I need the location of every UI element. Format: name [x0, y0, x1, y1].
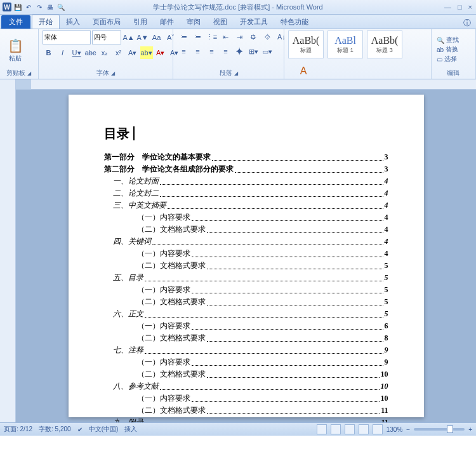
text-effects-button[interactable]: A▾ — [126, 46, 139, 59]
toc-entry[interactable]: 三、中英文摘要4 — [104, 199, 388, 211]
toc-entry[interactable]: 四、关键词4 — [104, 236, 388, 248]
view-fullscreen-button[interactable] — [331, 424, 341, 434]
tab-mailings[interactable]: 邮件 — [154, 15, 180, 29]
font-color-button[interactable]: A▾ — [154, 46, 167, 59]
close-button[interactable]: × — [468, 3, 472, 11]
help-icon[interactable]: ⓘ — [463, 18, 471, 29]
zoom-slider[interactable] — [414, 428, 465, 431]
print-icon[interactable]: 🖶 — [46, 3, 55, 11]
toc-entry[interactable]: 第一部分 学位论文的基本要求3 — [104, 151, 388, 163]
bold-button[interactable]: B — [43, 46, 55, 59]
tab-insert[interactable]: 插入 — [60, 15, 86, 29]
view-print-layout-button[interactable] — [317, 424, 327, 434]
italic-button[interactable]: I — [56, 46, 69, 59]
align-left-button[interactable]: ≡ — [177, 45, 190, 58]
text-caret — [130, 126, 135, 140]
decrease-indent-button[interactable]: ⇤ — [219, 30, 232, 43]
toc-entry[interactable]: 一、论文封面4 — [104, 175, 388, 187]
find-button[interactable]: 🔍查找 — [437, 36, 459, 44]
dialog-launcher-icon[interactable]: ◢ — [27, 70, 31, 76]
superscript-button[interactable]: x² — [112, 46, 125, 59]
preview-icon[interactable]: 🔍 — [56, 3, 65, 11]
toc-entry[interactable]: （二）文档格式要求5 — [104, 260, 388, 272]
align-center-button[interactable]: ≡ — [191, 45, 204, 58]
vertical-ruler[interactable] — [0, 79, 16, 422]
toc-entry[interactable]: （一）内容要求9 — [104, 356, 388, 368]
toc-entry[interactable]: （二）文档格式要求8 — [104, 332, 388, 344]
borders-button[interactable]: ▭▾ — [261, 45, 274, 58]
zoom-in-button[interactable]: + — [468, 426, 472, 433]
tab-references[interactable]: 引用 — [127, 15, 154, 29]
zoom-thumb[interactable] — [447, 426, 453, 433]
underline-button[interactable]: U▾ — [70, 46, 83, 59]
dialog-launcher-icon[interactable]: ◢ — [111, 70, 115, 76]
toc-entry[interactable]: 二、论文封二4 — [104, 187, 388, 199]
tab-special[interactable]: 特色功能 — [274, 15, 315, 29]
subscript-button[interactable]: x₂ — [98, 46, 111, 59]
rtl-button[interactable]: ⯑ — [261, 30, 274, 43]
shading-button[interactable]: ⊞▾ — [247, 45, 260, 58]
align-right-button[interactable]: ≡ — [205, 45, 218, 58]
toc-entry[interactable]: （一）内容要求6 — [104, 320, 388, 332]
zoom-level[interactable]: 130% — [387, 426, 403, 433]
style-sample-heading1[interactable]: AaBl标题 1 — [327, 30, 363, 58]
toc-entry[interactable]: （二）文档格式要求11 — [104, 405, 388, 417]
view-draft-button[interactable] — [373, 424, 383, 434]
toc-entry[interactable]: 第二部分 学位论文各组成部分的要求3 — [104, 163, 388, 175]
numbering-button[interactable]: ≔ — [191, 30, 204, 43]
tab-home[interactable]: 开始 — [32, 15, 60, 29]
toc-entry[interactable]: 六、正文5 — [104, 308, 388, 320]
maximize-button[interactable]: □ — [458, 3, 462, 11]
highlight-button[interactable]: ab▾ — [140, 46, 153, 59]
tab-layout[interactable]: 页面布局 — [86, 15, 127, 29]
toc-entry[interactable]: 五、目录5 — [104, 272, 388, 284]
toc-entry[interactable]: 九、附录11 — [104, 417, 388, 422]
bullets-button[interactable]: ≔ — [177, 30, 190, 43]
status-insert-mode[interactable]: 插入 — [124, 425, 137, 434]
zoom-out-button[interactable]: − — [406, 426, 410, 433]
toc-entry[interactable]: （二）文档格式要求5 — [104, 296, 388, 308]
status-words[interactable]: 字数: 5,200 — [39, 425, 71, 434]
change-case-button[interactable]: Aa — [150, 31, 163, 44]
select-button[interactable]: ▭选择 — [437, 55, 459, 64]
font-size-combo[interactable] — [92, 30, 121, 44]
grow-font-button[interactable]: A▲ — [122, 31, 135, 44]
font-name-combo[interactable] — [43, 30, 91, 44]
ltr-button[interactable]: ⯐ — [247, 30, 260, 43]
toc-entry[interactable]: （二）文档格式要求10 — [104, 368, 388, 380]
style-sample-heading3[interactable]: AaBb(标题 3 — [367, 30, 402, 58]
status-language[interactable]: 中文(中国) — [89, 425, 119, 434]
toc-entry[interactable]: 八、参考文献10 — [104, 380, 388, 392]
horizontal-ruler[interactable] — [31, 79, 476, 90]
toc-entry[interactable]: （二）文档格式要求4 — [104, 224, 388, 236]
view-outline-button[interactable] — [359, 424, 369, 434]
tab-review[interactable]: 审阅 — [180, 15, 207, 29]
view-web-button[interactable] — [345, 424, 355, 434]
tab-developer[interactable]: 开发工具 — [234, 15, 274, 29]
line-spacing-button[interactable]: ⯌ — [233, 45, 246, 58]
replace-button[interactable]: ab替换 — [437, 45, 459, 54]
tab-view[interactable]: 视图 — [207, 15, 234, 29]
toc-entry[interactable]: （一）内容要求5 — [104, 284, 388, 296]
style-sample-heading[interactable]: AaBb(标题 — [288, 30, 324, 58]
proofing-icon[interactable]: ✔ — [77, 426, 83, 433]
page[interactable]: 目录 第一部分 学位论文的基本要求3第二部分 学位论文各组成部分的要求3一、论文… — [69, 95, 424, 417]
status-page[interactable]: 页面: 2/12 — [4, 425, 32, 434]
multilevel-button[interactable]: ⋮≡ — [205, 30, 218, 43]
file-tab[interactable]: 文件 — [1, 15, 30, 29]
save-icon[interactable]: 💾 — [13, 3, 22, 11]
dialog-launcher-icon[interactable]: ◢ — [234, 70, 238, 76]
toc-entry[interactable]: （一）内容要求4 — [104, 248, 388, 260]
toc-entry[interactable]: 七、注释9 — [104, 344, 388, 356]
toc-entry[interactable]: （一）内容要求10 — [104, 392, 388, 405]
minimize-button[interactable]: — — [444, 3, 451, 11]
document-canvas[interactable]: 目录 第一部分 学位论文的基本要求3第二部分 学位论文各组成部分的要求3一、论文… — [16, 90, 476, 422]
strike-button[interactable]: abc — [84, 46, 97, 59]
align-justify-button[interactable]: ≡ — [219, 45, 232, 58]
redo-icon[interactable]: ↷ — [35, 3, 44, 11]
shrink-font-button[interactable]: A▼ — [136, 31, 149, 44]
paste-button[interactable]: 📋 粘贴 — [4, 36, 27, 64]
increase-indent-button[interactable]: ⇥ — [233, 30, 246, 43]
toc-entry[interactable]: （一）内容要求4 — [104, 211, 388, 224]
undo-icon[interactable]: ↶ — [24, 3, 33, 11]
